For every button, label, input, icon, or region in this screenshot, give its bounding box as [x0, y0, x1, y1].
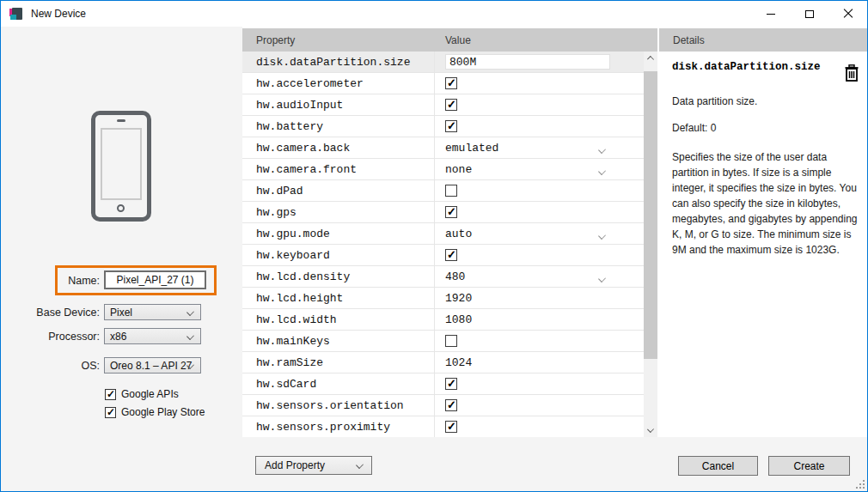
- chevron-down-icon: [598, 146, 606, 154]
- property-row[interactable]: hw.dPad: [242, 180, 644, 202]
- google-play-store-checkbox[interactable]: [105, 407, 116, 418]
- value-column-header: Value: [435, 34, 471, 46]
- chevron-down-icon: [647, 426, 654, 433]
- device-config-panel: Name: Pixel_API_27 (1) Base Device:Pixel…: [1, 27, 242, 492]
- table-scrollbar[interactable]: [644, 52, 657, 437]
- property-checkbox[interactable]: [445, 99, 457, 111]
- property-name: hw.lcd.density: [242, 266, 435, 287]
- name-input[interactable]: Pixel_API_27 (1): [104, 270, 206, 289]
- chevron-down-icon: [186, 332, 194, 340]
- property-value-cell: [435, 73, 644, 94]
- property-dropdown[interactable]: auto: [445, 228, 610, 240]
- property-row[interactable]: hw.sensors.proximity: [242, 416, 644, 437]
- property-row[interactable]: hw.accelerometer: [242, 73, 644, 94]
- property-row[interactable]: hw.gpu.modeauto: [242, 223, 644, 245]
- property-row[interactable]: disk.dataPartition.size800M: [242, 52, 644, 73]
- property-value-cell: 800M: [435, 52, 644, 72]
- property-name: hw.battery: [242, 116, 435, 137]
- minimize-button[interactable]: [751, 1, 790, 27]
- property-value-cell: [435, 180, 644, 201]
- property-name: hw.keyboard: [242, 245, 435, 265]
- property-dropdown[interactable]: none: [445, 163, 610, 176]
- processor-dropdown[interactable]: x86: [104, 328, 201, 344]
- property-row[interactable]: hw.sensors.orientation: [242, 395, 644, 416]
- property-row[interactable]: hw.audioInput: [242, 94, 644, 116]
- property-name: hw.lcd.height: [242, 288, 435, 308]
- create-button[interactable]: Create: [768, 456, 850, 476]
- property-name: disk.dataPartition.size: [242, 52, 435, 72]
- property-row[interactable]: hw.lcd.density480: [242, 266, 644, 288]
- chevron-down-icon: [356, 461, 364, 469]
- google-play-store-label: Google Play Store: [121, 406, 205, 418]
- property-value-input[interactable]: 800M: [445, 54, 610, 70]
- property-row[interactable]: hw.keyboard: [242, 245, 644, 266]
- google-apis-checkbox[interactable]: [105, 389, 116, 400]
- name-label: Name:: [1, 275, 100, 287]
- property-dropdown[interactable]: 480: [445, 270, 610, 283]
- property-dropdown-value: emulated: [445, 142, 498, 155]
- property-row[interactable]: hw.lcd.height1920: [242, 288, 644, 309]
- scroll-down-button[interactable]: [644, 424, 657, 437]
- property-name: hw.sensors.proximity: [242, 416, 435, 437]
- property-checkbox[interactable]: [445, 120, 457, 132]
- property-checkbox[interactable]: [445, 421, 457, 433]
- property-name: hw.camera.back: [242, 137, 435, 158]
- property-name: hw.mainKeys: [242, 331, 435, 351]
- app-icon: [9, 7, 23, 21]
- processor-label: Processor:: [1, 331, 100, 343]
- property-row[interactable]: hw.camera.frontnone: [242, 159, 644, 180]
- base-device-value: Pixel: [110, 307, 132, 319]
- property-name: hw.sdCard: [242, 374, 435, 394]
- property-checkbox[interactable]: [445, 77, 457, 89]
- resize-grip[interactable]: [854, 478, 865, 489]
- os-label: OS:: [1, 360, 100, 372]
- property-checkbox[interactable]: [445, 206, 457, 218]
- property-dropdown[interactable]: emulated: [445, 142, 610, 155]
- cancel-button[interactable]: Cancel: [678, 456, 758, 476]
- titlebar[interactable]: New Device: [1, 1, 867, 27]
- maximize-icon: [805, 10, 814, 18]
- property-row[interactable]: hw.sdCard: [242, 374, 644, 395]
- property-name: hw.gpu.mode: [242, 223, 435, 244]
- details-default: Default: 0: [672, 122, 716, 134]
- property-checkbox[interactable]: [445, 335, 457, 347]
- property-row[interactable]: hw.camera.backemulated: [242, 137, 644, 159]
- trash-icon: [845, 64, 859, 82]
- property-row[interactable]: hw.mainKeys: [242, 331, 644, 352]
- maximize-button[interactable]: [790, 1, 828, 27]
- add-property-dropdown[interactable]: Add Property: [255, 456, 372, 475]
- os-dropdown[interactable]: Oreo 8.1 – API 27: [104, 357, 201, 374]
- property-value-cell: [435, 202, 644, 222]
- property-table: Property Value disk.dataPartition.size80…: [242, 28, 657, 437]
- delete-property-button[interactable]: [845, 64, 859, 85]
- close-button[interactable]: [828, 1, 867, 27]
- base-device-label: Base Device:: [1, 307, 100, 319]
- scrollbar-thumb[interactable]: [644, 71, 657, 359]
- property-checkbox[interactable]: [445, 378, 457, 390]
- property-checkbox[interactable]: [445, 249, 457, 261]
- property-value-cell: 1080: [435, 309, 644, 330]
- property-row[interactable]: hw.gps: [242, 202, 644, 223]
- property-value-cell: emulated: [435, 137, 644, 158]
- property-name: hw.audioInput: [242, 94, 435, 115]
- property-row[interactable]: hw.lcd.width1080: [242, 309, 644, 331]
- property-dropdown-value: auto: [445, 228, 472, 240]
- property-name: hw.accelerometer: [242, 73, 435, 94]
- footer-bar: Add Property Cancel Create: [1, 437, 867, 491]
- property-dropdown-value: none: [445, 163, 472, 176]
- property-row[interactable]: hw.battery: [242, 116, 644, 137]
- google-apis-label: Google APIs: [121, 388, 179, 400]
- scroll-up-button[interactable]: [644, 52, 657, 64]
- property-name: hw.camera.front: [242, 159, 435, 179]
- property-checkbox[interactable]: [445, 185, 457, 197]
- property-name: hw.lcd.width: [242, 309, 435, 330]
- base-device-dropdown[interactable]: Pixel: [104, 304, 201, 320]
- property-value-cell: [435, 245, 644, 265]
- property-value-cell: 480: [435, 266, 644, 287]
- details-header: Details: [659, 28, 867, 52]
- details-panel: Details disk.dataPartition.size Data par…: [659, 28, 867, 437]
- property-checkbox[interactable]: [445, 399, 457, 411]
- property-row[interactable]: hw.ramSize1024: [242, 352, 644, 374]
- chevron-down-icon: [598, 167, 606, 175]
- chevron-down-icon: [598, 232, 606, 240]
